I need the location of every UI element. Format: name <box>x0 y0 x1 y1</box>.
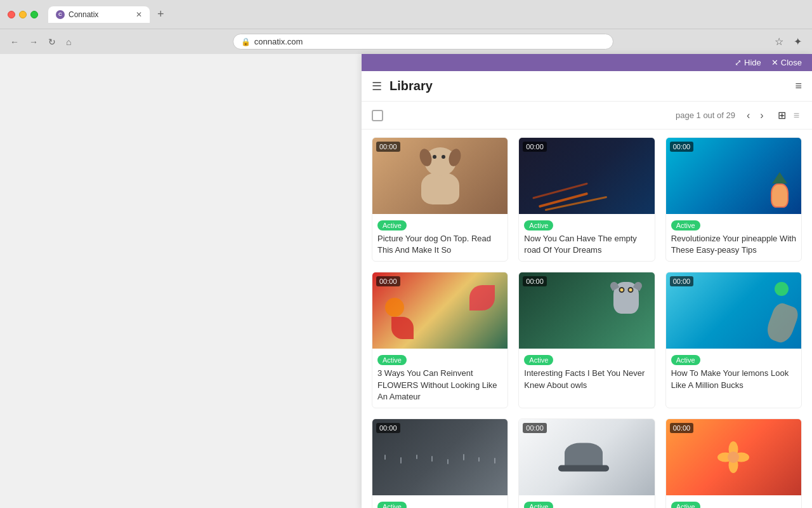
panel-title: Library <box>390 79 787 93</box>
browser-chrome: Connatix ✕ + ← → ↻ ⌂ 🔒 connatix.com ☆ ✦ <box>0 0 812 54</box>
video-thumbnail: 00:00 <box>666 419 801 495</box>
list-item[interactable]: 00:00 Active Revolutionize Your pineappl… <box>665 137 802 262</box>
browser-actions: ☆ ✦ <box>772 33 804 50</box>
list-item[interactable]: 00:00 Active <box>518 418 655 508</box>
video-info: Active 3 Ways You Can Reinvent FLOWERS W… <box>372 349 508 408</box>
new-tab-button[interactable]: + <box>152 5 169 23</box>
status-badge: Active <box>671 502 700 508</box>
close-window-button[interactable] <box>8 11 15 18</box>
filter-icon: ≡ <box>795 79 802 92</box>
list-item[interactable]: 00:00 <box>372 137 508 262</box>
list-item[interactable]: 00:00 <box>518 272 655 408</box>
video-info: Active Now You Can Have The empty road O… <box>519 214 654 261</box>
status-badge: Active <box>377 355 407 365</box>
tab-favicon <box>56 10 65 19</box>
status-badge: Active <box>524 355 553 365</box>
video-thumbnail: 00:00 <box>519 419 654 495</box>
hide-label: Hide <box>744 58 761 67</box>
video-thumbnail: 00:00 <box>519 138 654 214</box>
video-grid: 00:00 <box>372 137 802 508</box>
video-info: Active <box>666 495 801 508</box>
video-duration: 00:00 <box>376 276 400 286</box>
list-item[interactable]: 00:00 Active 3 Ways You Can Reinvent FLO… <box>372 272 508 408</box>
view-toggle: ⊞ ≡ <box>775 108 802 123</box>
menu-icon: ☰ <box>372 80 382 93</box>
back-button[interactable]: ← <box>8 34 22 50</box>
prev-page-button[interactable]: ‹ <box>743 109 754 123</box>
list-item[interactable]: 00:00 Active How To Make Your lemons Loo… <box>665 272 802 408</box>
content-area: ⤢ Hide ✕ Close ☰ Library ≡ page 1 out of… <box>0 54 812 508</box>
close-icon: ✕ <box>771 58 778 67</box>
reload-button[interactable]: ↻ <box>46 34 58 50</box>
panel-controls: page 1 out of 29 ‹ › ⊞ ≡ <box>362 102 812 130</box>
status-badge: Active <box>377 220 407 231</box>
item-title: Revolutionize Your pineapple With These … <box>671 233 796 256</box>
grid-container: 00:00 <box>362 130 812 508</box>
lock-icon: 🔒 <box>241 37 251 46</box>
item-title: Now You Can Have The empty road Of Your … <box>524 233 649 256</box>
item-title: How To Make Your lemons Look Like A Mill… <box>671 368 796 391</box>
home-button[interactable]: ⌂ <box>63 34 74 50</box>
video-thumbnail: 00:00 <box>666 138 801 214</box>
traffic-lights <box>8 11 38 18</box>
video-duration: 00:00 <box>523 276 547 286</box>
video-thumbnail: 00:00 <box>519 272 654 349</box>
browser-titlebar: Connatix ✕ + <box>0 0 812 29</box>
item-title: Interesting Facts I Bet You Never Knew A… <box>524 368 649 391</box>
address-bar[interactable]: 🔒 connatix.com <box>233 34 613 50</box>
select-all-checkbox[interactable] <box>372 110 383 121</box>
next-page-button[interactable]: › <box>756 109 767 123</box>
video-duration: 00:00 <box>670 142 694 152</box>
video-info: Active How To Make Your lemons Look Like… <box>666 349 801 396</box>
list-view-button[interactable]: ≡ <box>791 108 802 123</box>
hide-icon: ⤢ <box>735 58 742 67</box>
menu-button[interactable]: ☰ <box>372 79 382 93</box>
list-item[interactable]: 00:00 Active Now You Can Have The empty … <box>518 137 655 262</box>
item-title: Picture Your dog On Top. Read This And M… <box>377 233 502 256</box>
status-badge: Active <box>671 220 700 231</box>
tab-bar: Connatix ✕ + <box>48 5 169 23</box>
video-info: Active Revolutionize Your pineapple With… <box>666 214 801 261</box>
video-duration: 00:00 <box>670 423 694 433</box>
hide-button[interactable]: ⤢ Hide <box>735 58 761 67</box>
video-duration: 00:00 <box>376 142 400 152</box>
video-info: Active Interesting Facts I Bet You Never… <box>519 349 654 396</box>
video-duration: 00:00 <box>523 423 547 433</box>
grid-view-button[interactable]: ⊞ <box>775 108 789 123</box>
bookmark-button[interactable]: ☆ <box>772 33 786 50</box>
filter-button[interactable]: ≡ <box>795 79 802 93</box>
forward-button[interactable]: → <box>27 34 41 50</box>
status-badge: Active <box>377 502 407 508</box>
video-thumbnail: 00:00 <box>666 272 801 349</box>
minimize-window-button[interactable] <box>19 11 27 18</box>
status-badge: Active <box>524 220 553 231</box>
url-text: connatix.com <box>254 37 303 46</box>
video-thumbnail: 00:00 <box>372 138 508 214</box>
list-item[interactable]: 00:00 A <box>372 418 508 508</box>
tab-title: Connatix <box>69 10 98 19</box>
item-title: 3 Ways You Can Reinvent FLOWERS Without … <box>377 368 502 403</box>
panel-header: ☰ Library ≡ <box>362 71 812 102</box>
status-badge: Active <box>671 355 700 365</box>
pagination-info: page 1 out of 29 <box>676 110 735 120</box>
video-thumbnail: 00:00 <box>372 419 508 495</box>
panel: ⤢ Hide ✕ Close ☰ Library ≡ page 1 out of… <box>362 54 812 508</box>
panel-topbar: ⤢ Hide ✕ Close <box>362 54 812 71</box>
video-duration: 00:00 <box>670 276 694 286</box>
video-info: Active <box>372 495 508 508</box>
extension-button[interactable]: ✦ <box>791 33 804 50</box>
status-badge: Active <box>524 502 553 508</box>
tab-close-button[interactable]: ✕ <box>136 10 142 19</box>
close-label: Close <box>781 58 802 67</box>
video-info: Active Picture Your dog On Top. Read Thi… <box>372 214 508 261</box>
video-info: Active <box>519 495 654 508</box>
close-button[interactable]: ✕ Close <box>771 58 802 67</box>
maximize-window-button[interactable] <box>30 11 38 18</box>
browser-toolbar: ← → ↻ ⌂ 🔒 connatix.com ☆ ✦ <box>0 29 812 54</box>
pagination-buttons: ‹ › <box>743 109 768 123</box>
list-item[interactable]: 00:00 Active <box>665 418 802 508</box>
video-thumbnail: 00:00 <box>372 272 508 349</box>
browser-tab[interactable]: Connatix ✕ <box>48 6 150 23</box>
